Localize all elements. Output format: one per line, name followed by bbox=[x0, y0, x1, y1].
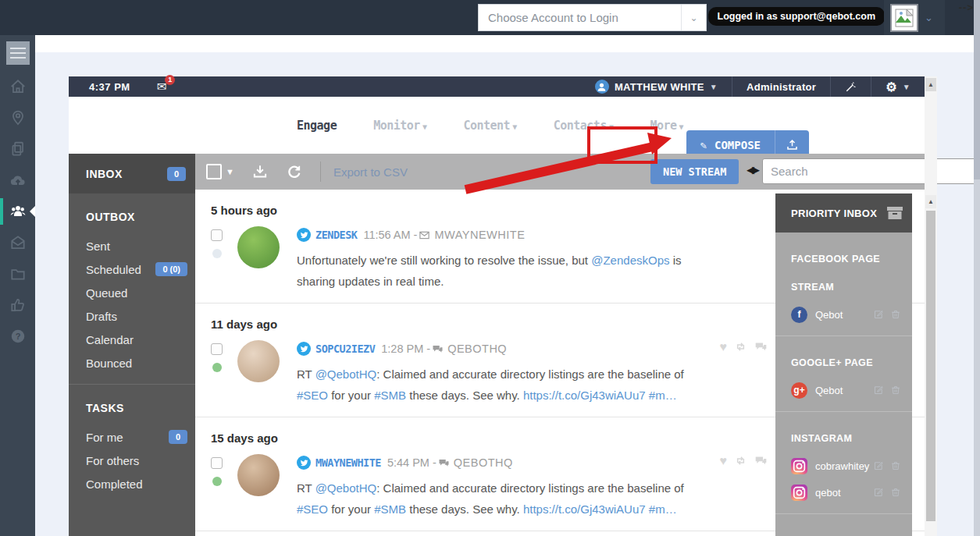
message-link[interactable]: #m… bbox=[649, 502, 677, 516]
chevron-down-icon: ▼ bbox=[903, 83, 911, 91]
message-link[interactable]: #m… bbox=[649, 389, 677, 402]
message-link[interactable]: #SEO bbox=[297, 502, 328, 516]
scroll-up-button[interactable]: ▲ bbox=[925, 195, 936, 208]
stream-account-Qebot[interactable]: f Qebot bbox=[791, 301, 912, 328]
edit-icon[interactable] bbox=[873, 385, 884, 396]
mail-open-icon[interactable] bbox=[0, 227, 35, 258]
scrollbar-thumb[interactable] bbox=[926, 211, 935, 521]
trash-icon[interactable] bbox=[890, 385, 901, 396]
sidebar-item-completed[interactable]: Completed bbox=[69, 472, 195, 495]
pages-icon[interactable] bbox=[0, 133, 35, 165]
tab-engage[interactable]: Engage bbox=[297, 119, 337, 133]
message-link[interactable]: @QebotHQ bbox=[315, 367, 377, 381]
chevron-down-icon[interactable]: ▼ bbox=[226, 167, 234, 176]
app-header: 4:37 PM ✉1 MATTHEW WHITE ▼ Administrator… bbox=[69, 76, 925, 97]
edit-icon[interactable] bbox=[873, 309, 884, 320]
export-csv-link[interactable]: Export to CSV bbox=[333, 165, 408, 179]
message-link[interactable]: https://t.co/Gj43wiAUu7 bbox=[523, 389, 646, 402]
message-text: RT @QebotHQ: Claimed and accurate direct… bbox=[297, 477, 691, 520]
retweet-action-icon[interactable] bbox=[734, 454, 747, 467]
wand-button[interactable] bbox=[830, 76, 871, 97]
comment-action-icon[interactable] bbox=[754, 454, 768, 467]
facebook-icon: f bbox=[791, 307, 807, 323]
chevron-down-icon: ⌄ bbox=[681, 5, 706, 30]
item-time: 5:44 PM - bbox=[387, 456, 437, 469]
new-stream-button[interactable]: NEW STREAM bbox=[650, 159, 739, 184]
item-checkbox[interactable] bbox=[211, 457, 223, 469]
tab-monitor[interactable]: Monitor▼ bbox=[373, 119, 426, 133]
sidebar-item-scheduled[interactable]: Scheduled0 (0) bbox=[69, 257, 195, 281]
via-account: QEBOTHQ bbox=[447, 343, 507, 355]
location-pin-icon[interactable] bbox=[0, 102, 35, 133]
notifications-mail-icon[interactable]: ✉1 bbox=[157, 80, 167, 94]
via-account: QEBOTHQ bbox=[454, 456, 513, 469]
message-link[interactable]: @ZendeskOps bbox=[591, 254, 669, 267]
stream-account-qebot[interactable]: qebot bbox=[791, 479, 912, 506]
feed-toolbar: ▼ Export to CSV NEW STREAM ◀▶ bbox=[195, 154, 925, 190]
section-title: TASKS bbox=[86, 402, 195, 414]
download-button[interactable] bbox=[251, 163, 269, 180]
settings-menu[interactable]: ⚙ ▼ bbox=[871, 76, 925, 97]
section-title: OUTBOX bbox=[86, 211, 195, 223]
account-select[interactable]: Choose Account to Login ⌄ bbox=[478, 4, 707, 31]
item-checkbox[interactable] bbox=[211, 229, 223, 241]
people-icon[interactable] bbox=[0, 196, 35, 227]
message-link[interactable]: @QebotHQ bbox=[315, 481, 377, 495]
profile-menu[interactable]: ⌄ bbox=[884, 0, 945, 35]
scroll-up-button[interactable]: ▲ bbox=[925, 78, 936, 91]
stream-account-Qebot[interactable]: g+ Qebot bbox=[791, 377, 912, 403]
sidebar-item-queued[interactable]: Queued bbox=[69, 281, 195, 304]
user-menu[interactable]: MATTHEW WHITE ▼ bbox=[581, 76, 732, 97]
stream-section-title: GOOGLE+ PAGE bbox=[791, 349, 912, 377]
message-link[interactable]: #SMB bbox=[374, 502, 406, 516]
trash-icon[interactable] bbox=[890, 460, 901, 471]
sidebar-item-bounced[interactable]: Bounced bbox=[69, 351, 195, 374]
role-label: Administrator bbox=[732, 76, 830, 97]
sidebar-item-drafts[interactable]: Drafts bbox=[69, 304, 195, 328]
inbox-label: INBOX bbox=[86, 168, 123, 180]
stream-account-cobrawhitey[interactable]: cobrawhitey bbox=[791, 453, 912, 479]
help-icon[interactable]: ? bbox=[0, 321, 35, 352]
message-link[interactable]: https://t.co/Gj43wiAUu7 bbox=[523, 502, 646, 516]
home-icon[interactable] bbox=[0, 71, 35, 102]
mail-badge: 1 bbox=[165, 75, 175, 85]
thumbs-up-icon[interactable] bbox=[0, 289, 35, 321]
search-input[interactable] bbox=[762, 158, 980, 184]
browser-scrollbar[interactable] bbox=[974, 0, 980, 536]
sidebar-item-calendar[interactable]: Calendar bbox=[69, 328, 195, 351]
refresh-button[interactable] bbox=[286, 163, 303, 180]
cloud-upload-icon[interactable] bbox=[0, 165, 35, 196]
nav-row: EngageMonitor▼Content▼Contacts▼More▼ ✎ C… bbox=[69, 97, 925, 154]
comment-action-icon[interactable] bbox=[754, 340, 768, 353]
sidebar-item-for-me[interactable]: For me0 bbox=[69, 425, 195, 449]
top-browser-bar: Choose Account to Login ⌄ Logged in as s… bbox=[0, 0, 980, 35]
sender-name[interactable]: MWAYNEWHITE bbox=[315, 456, 381, 469]
trash-icon[interactable] bbox=[890, 487, 901, 498]
tab-content[interactable]: Content▼ bbox=[463, 119, 516, 133]
retweet-action-icon[interactable] bbox=[734, 340, 747, 353]
select-all-checkbox[interactable] bbox=[206, 164, 222, 179]
item-checkbox[interactable] bbox=[211, 343, 223, 355]
message-link[interactable]: #SMB bbox=[374, 389, 406, 402]
sender-name[interactable]: SOPCU2IEZV bbox=[315, 343, 375, 355]
stream-section-title: FACEBOOK PAGE STREAM bbox=[791, 245, 912, 301]
message-link[interactable]: #SEO bbox=[297, 389, 328, 402]
folder-icon[interactable] bbox=[0, 258, 35, 289]
stream-section-title: INSTAGRAM bbox=[791, 424, 912, 453]
priority-inbox-header[interactable]: PRIORITY INBOX bbox=[775, 193, 912, 233]
edit-icon[interactable] bbox=[873, 487, 884, 498]
corner-arrow-text: --> bbox=[959, 2, 974, 13]
sender-name[interactable]: ZENDESK bbox=[315, 229, 357, 241]
menu-icon[interactable] bbox=[0, 35, 35, 71]
googleplus-icon: g+ bbox=[791, 382, 807, 399]
edit-icon[interactable] bbox=[873, 460, 884, 471]
inbox-header[interactable]: INBOX 0 bbox=[69, 154, 195, 193]
trash-icon[interactable] bbox=[890, 309, 901, 320]
sidebar-item-for-others[interactable]: For others bbox=[69, 449, 195, 472]
resize-handle-icon[interactable]: ◀▶ bbox=[747, 164, 757, 176]
message-text: RT @QebotHQ: Claimed and accurate direct… bbox=[297, 364, 691, 406]
heart-action-icon[interactable]: ♥ bbox=[720, 340, 728, 353]
app-scrollbar[interactable]: ▲ ▲ bbox=[925, 76, 937, 536]
heart-action-icon[interactable]: ♥ bbox=[720, 454, 728, 467]
sidebar-item-sent[interactable]: Sent bbox=[69, 234, 195, 257]
